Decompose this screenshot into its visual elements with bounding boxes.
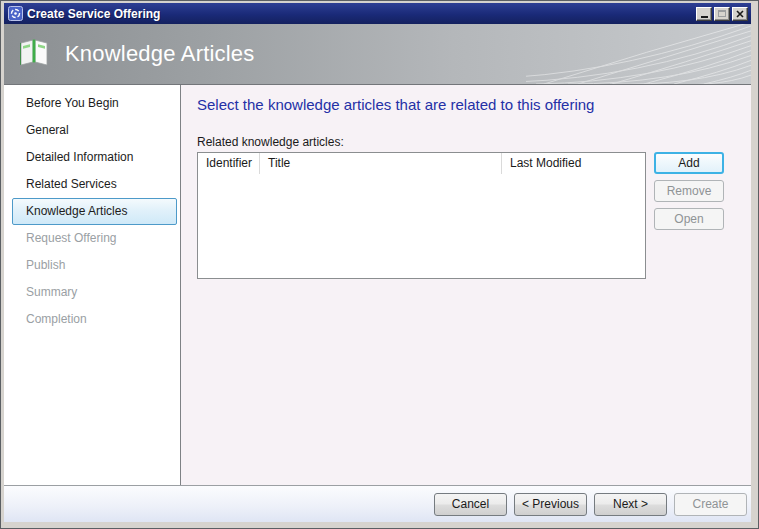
- remove-button[interactable]: Remove: [654, 180, 724, 202]
- page-content: Select the knowledge articles that are r…: [181, 85, 751, 485]
- sidebar-item-completion: Completion: [12, 306, 177, 333]
- related-articles-label: Related knowledge articles:: [197, 135, 751, 149]
- sidebar-item-detailed-information[interactable]: Detailed Information: [12, 144, 177, 171]
- sidebar-item-request-offering: Request Offering: [12, 225, 177, 252]
- mesh-decoration: [526, 24, 751, 84]
- open-book-icon: [16, 36, 52, 72]
- sidebar-item-general[interactable]: General: [12, 117, 177, 144]
- sidebar-item-publish: Publish: [12, 252, 177, 279]
- close-icon[interactable]: [732, 7, 748, 21]
- sidebar-item-before-you-begin[interactable]: Before You Begin: [12, 90, 177, 117]
- previous-button[interactable]: < Previous: [514, 493, 587, 516]
- next-button[interactable]: Next >: [594, 493, 667, 516]
- related-articles-table[interactable]: Identifier Title Last Modified: [197, 152, 646, 279]
- sidebar-item-summary: Summary: [12, 279, 177, 306]
- column-header-title[interactable]: Title: [260, 153, 502, 174]
- wizard-header: Knowledge Articles: [4, 24, 751, 85]
- window-title: Create Service Offering: [27, 7, 696, 21]
- wizard-steps-sidebar: Before You Begin General Detailed Inform…: [4, 85, 181, 485]
- service-manager-gear-icon: [8, 6, 23, 21]
- table-header-row: Identifier Title Last Modified: [198, 153, 645, 174]
- column-header-identifier[interactable]: Identifier: [198, 153, 260, 174]
- open-button[interactable]: Open: [654, 208, 724, 230]
- create-button[interactable]: Create: [674, 493, 747, 516]
- minimize-icon[interactable]: [696, 7, 712, 21]
- sidebar-item-knowledge-articles[interactable]: Knowledge Articles: [12, 198, 177, 225]
- maximize-icon[interactable]: [714, 7, 730, 21]
- column-header-last-modified[interactable]: Last Modified: [502, 153, 645, 174]
- add-button[interactable]: Add: [654, 152, 724, 174]
- wizard-footer: Cancel < Previous Next > Create: [4, 485, 751, 522]
- content-heading: Select the knowledge articles that are r…: [197, 96, 751, 113]
- page-title: Knowledge Articles: [65, 41, 254, 67]
- sidebar-item-related-services[interactable]: Related Services: [12, 171, 177, 198]
- window-controls: [696, 7, 748, 21]
- titlebar: Create Service Offering: [4, 3, 751, 24]
- article-actions: Add Remove Open: [654, 152, 724, 230]
- table-body-empty[interactable]: [198, 174, 645, 278]
- cancel-button[interactable]: Cancel: [434, 493, 507, 516]
- wizard-body: Before You Begin General Detailed Inform…: [4, 85, 751, 485]
- create-service-offering-window: Create Service Offering: [0, 0, 759, 529]
